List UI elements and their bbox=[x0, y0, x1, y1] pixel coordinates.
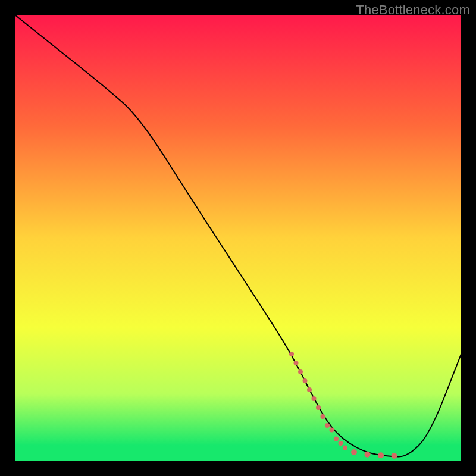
bottleneck-chart bbox=[15, 15, 461, 461]
highlight-dot bbox=[339, 441, 343, 446]
highlight-dot bbox=[321, 414, 325, 419]
highlight-dot bbox=[325, 423, 330, 428]
highlight-dot bbox=[343, 446, 347, 450]
highlight-dot bbox=[307, 387, 312, 392]
highlight-dot bbox=[298, 369, 303, 374]
highlight-dot bbox=[316, 405, 321, 410]
highlight-dot bbox=[392, 453, 397, 459]
highlight-dot bbox=[294, 361, 299, 365]
chart-container: TheBottleneck.com bbox=[0, 0, 476, 476]
highlight-dot bbox=[351, 449, 357, 455]
highlight-dot bbox=[303, 378, 308, 383]
highlight-dot bbox=[289, 352, 294, 356]
highlight-dot bbox=[365, 452, 371, 458]
gradient-background bbox=[15, 15, 461, 461]
watermark-label: TheBottleneck.com bbox=[356, 2, 470, 18]
highlight-dot bbox=[312, 396, 317, 401]
plot-area bbox=[15, 15, 461, 461]
highlight-dot bbox=[334, 437, 339, 441]
highlight-dot bbox=[378, 452, 384, 458]
highlight-dot bbox=[330, 428, 334, 433]
